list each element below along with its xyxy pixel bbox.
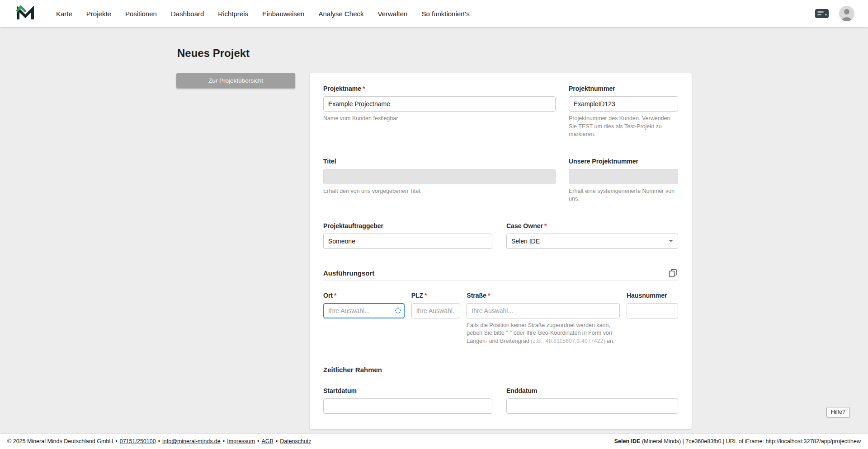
footer: © 2025 Mineral Minds Deutschland GmbH • … (0, 434, 868, 449)
ort-label: Ort* (323, 292, 405, 299)
strasse-label: Straße* (467, 292, 620, 299)
case-owner-label: Case Owner* (506, 222, 678, 229)
session-user: Selen IDE (614, 438, 641, 444)
main-nav: Karte Projekte Positionen Dashboard Rich… (55, 7, 471, 20)
required-asterisk: * (363, 85, 365, 92)
footer-link-agb[interactable]: AGB (261, 438, 273, 444)
loading-spinner-icon (395, 308, 401, 313)
projektnummer-input[interactable] (569, 96, 678, 112)
separator: • (223, 438, 225, 444)
nav-item-so-funktionierts[interactable]: So funktioniert's (420, 7, 470, 20)
zeitlicher-rahmen-section-header: Zeitlicher Rahmen (323, 366, 678, 376)
logo-icon (16, 5, 34, 22)
projektname-helper: Name vom Kunden festlegbar (323, 115, 556, 123)
strasse-input[interactable] (467, 303, 620, 318)
copyright-text: © 2025 Mineral Minds Deutschland GmbH (7, 438, 113, 444)
ausfuehrungsort-title: Ausführungsort (323, 269, 374, 277)
hausnummer-input[interactable] (627, 303, 678, 318)
mineral-minds-logo[interactable] (16, 5, 34, 22)
nav-item-verwalten[interactable]: Verwalten (377, 7, 409, 20)
case-owner-selected-value: Selen IDE (511, 238, 540, 245)
copy-icon[interactable] (668, 268, 678, 278)
projektname-input[interactable] (323, 96, 556, 112)
enddatum-label: Enddatum (506, 387, 678, 394)
nav-item-karte[interactable]: Karte (55, 7, 73, 20)
footer-link-phone[interactable]: 07151/250100 (120, 438, 156, 444)
required-asterisk: * (488, 292, 490, 299)
hausnummer-label: Hausnummer (627, 292, 678, 299)
titel-helper: Erhält den von uns vorgegebenen Titel. (323, 187, 556, 196)
server-icon[interactable] (815, 9, 829, 19)
nav-item-einbauweisen[interactable]: Einbauweisen (261, 7, 305, 20)
projektname-label: Projektname* (323, 85, 556, 92)
main-area: Neues Projekt Zur Projektübersicht Proje… (0, 27, 868, 434)
nav-item-richtpreis[interactable]: Richtpreis (217, 7, 249, 20)
titel-input (323, 169, 556, 184)
strasse-helper: Falls die Position keiner Straße zugeord… (467, 322, 620, 346)
unsere-projektnummer-label: Unsere Projektnummer (569, 158, 678, 165)
required-asterisk: * (334, 292, 336, 299)
required-asterisk: * (425, 292, 427, 299)
footer-link-datenschutz[interactable]: Datenschutz (280, 438, 311, 444)
session-details: (Mineral Minds) | 7ce360e83fb0 | URL of … (640, 438, 861, 444)
separator: • (158, 438, 160, 444)
nav-item-projekte[interactable]: Projekte (85, 7, 112, 20)
topbar-right (815, 6, 859, 21)
projektnummer-helper: Projektnummer des Kunden. Verwenden Sie … (569, 115, 678, 139)
nav-item-analyse-check[interactable]: Analyse Check (317, 7, 364, 20)
projektauftraggeber-label: Projektauftraggeber (323, 222, 492, 229)
footer-link-impressum[interactable]: Impressum (227, 438, 255, 444)
separator: • (257, 438, 259, 444)
startdatum-input[interactable] (323, 398, 492, 414)
unsere-projektnummer-input (569, 169, 678, 184)
user-avatar[interactable] (839, 6, 854, 21)
project-form-card: Projektname* Name vom Kunden festlegbar … (310, 73, 692, 429)
footer-left: © 2025 Mineral Minds Deutschland GmbH • … (7, 438, 311, 444)
geo-example-text: (z.B.: 48.8115607,9.4077422) (531, 338, 605, 344)
case-owner-select[interactable]: Selen IDE (506, 234, 678, 249)
titel-label: Titel (323, 158, 556, 165)
nav-item-positionen[interactable]: Positionen (124, 7, 158, 20)
projektauftraggeber-input[interactable] (323, 234, 492, 249)
zur-projektuebersicht-button[interactable]: Zur Projektübersicht (176, 73, 295, 88)
separator: • (276, 438, 278, 444)
zeitlicher-rahmen-title: Zeitlicher Rahmen (323, 366, 382, 374)
ort-input[interactable] (323, 303, 405, 318)
plz-label: PLZ* (411, 292, 460, 299)
enddatum-input[interactable] (506, 398, 678, 414)
person-icon (839, 6, 854, 21)
unsere-projektnummer-helper: Erhält eine systemgenerierte Nummer von … (569, 187, 678, 203)
plz-input[interactable] (411, 303, 460, 318)
footer-link-email[interactable]: info@mineral-minds.de (162, 438, 221, 444)
startdatum-label: Startdatum (323, 387, 492, 394)
nav-item-dashboard[interactable]: Dashboard (170, 7, 205, 20)
ausfuehrungsort-section-header: Ausführungsort (323, 268, 678, 281)
separator: • (115, 438, 117, 444)
required-asterisk: * (544, 222, 547, 229)
page-title: Neues Projekt (177, 47, 692, 60)
top-navigation-bar: Karte Projekte Positionen Dashboard Rich… (0, 0, 868, 27)
help-button[interactable]: Hilfe? (826, 407, 850, 417)
session-info: Selen IDE (Mineral Minds) | 7ce360e83fb0… (614, 438, 861, 444)
projektnummer-label: Projektnummer (569, 85, 678, 92)
chevron-down-icon (669, 240, 673, 242)
